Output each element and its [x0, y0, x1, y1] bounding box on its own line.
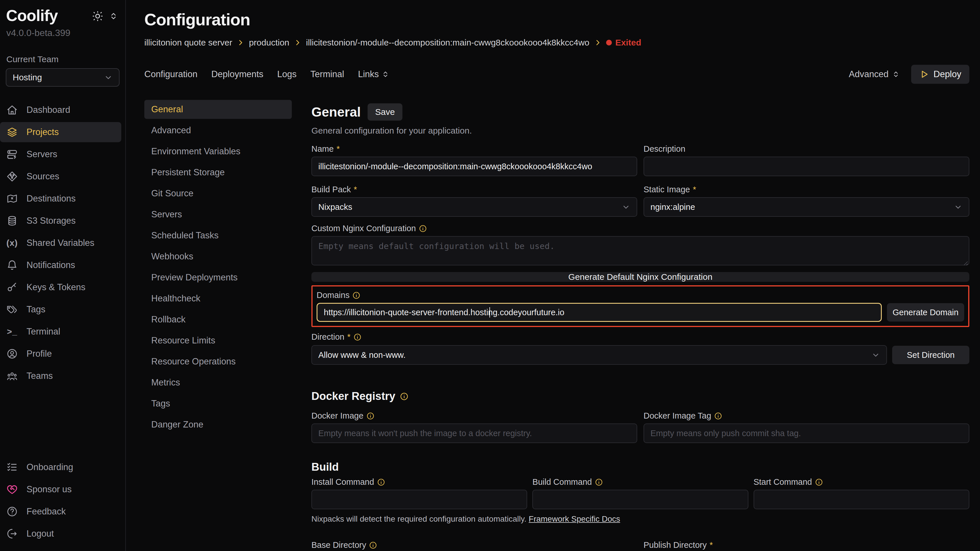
subnav-rollback[interactable]: Rollback	[144, 310, 292, 329]
info-icon[interactable]	[815, 478, 823, 486]
domains-highlight-box: Domains Generate Domain	[312, 285, 969, 327]
framework-docs-link[interactable]: Framework Specific Docs	[528, 514, 620, 523]
sidebar-item-terminal[interactable]: >_ Terminal	[0, 322, 125, 342]
subnav-environment-variables[interactable]: Environment Variables	[144, 142, 292, 161]
heart-handshake-icon	[6, 484, 18, 495]
sidebar-item-feedback[interactable]: Feedback	[0, 502, 125, 522]
subnav-advanced[interactable]: Advanced	[144, 121, 292, 140]
install-command-input[interactable]	[312, 490, 527, 509]
theme-toggle-icon[interactable]	[92, 10, 103, 22]
breadcrumb-project[interactable]: illicitonion quote server	[144, 38, 232, 48]
tab-terminal[interactable]: Terminal	[310, 69, 344, 79]
static-image-select[interactable]: nginx:alpine	[644, 197, 969, 217]
subnav-resource-limits[interactable]: Resource Limits	[144, 331, 292, 350]
docker-image-input[interactable]	[312, 424, 637, 443]
current-team-label: Current Team	[6, 54, 125, 64]
subnav-healthcheck[interactable]: Healthcheck	[144, 289, 292, 308]
info-icon[interactable]	[714, 412, 722, 420]
info-icon[interactable]	[369, 541, 377, 549]
sidebar-item-projects[interactable]: Projects	[0, 122, 121, 142]
publish-directory-label: Publish Directory	[644, 540, 706, 550]
subnav-webhooks[interactable]: Webhooks	[144, 247, 292, 266]
play-icon	[919, 69, 929, 79]
user-circle-icon	[6, 348, 18, 360]
docker-registry-title: Docker Registry	[312, 390, 395, 402]
app-logo: Coolify	[6, 6, 57, 25]
tab-logs[interactable]: Logs	[277, 69, 296, 79]
set-direction-button[interactable]: Set Direction	[892, 346, 969, 364]
team-select[interactable]: Hosting	[6, 68, 119, 87]
text-caret	[489, 307, 490, 318]
domains-input[interactable]	[317, 303, 882, 322]
generate-domain-button[interactable]: Generate Domain	[887, 303, 964, 322]
sidebar-item-profile[interactable]: Profile	[0, 344, 125, 364]
chevron-down-icon	[104, 73, 113, 82]
sidebar-item-dashboard[interactable]: Dashboard	[0, 100, 125, 120]
sidebar-item-servers[interactable]: Servers	[0, 144, 125, 164]
sidebar-item-logout[interactable]: Logout	[0, 524, 125, 544]
info-icon[interactable]	[419, 225, 427, 233]
chevron-up-down-icon	[382, 70, 389, 78]
info-icon[interactable]	[366, 412, 374, 420]
info-icon[interactable]	[352, 291, 360, 299]
generate-nginx-config-button[interactable]: Generate Default Nginx Configuration	[312, 272, 969, 282]
nginx-config-textarea[interactable]	[312, 236, 969, 265]
subnav-danger-zone[interactable]: Danger Zone	[144, 415, 292, 434]
breadcrumb-resource[interactable]: illicitestonion/-module--decomposition:m…	[306, 38, 589, 48]
sidebar-bottom-nav: Onboarding Sponsor us Feedback Logout	[0, 457, 125, 546]
subnav-preview-deployments[interactable]: Preview Deployments	[144, 268, 292, 287]
section-subtitle: General configuration for your applicati…	[312, 126, 969, 136]
deploy-button[interactable]: Deploy	[911, 65, 970, 84]
subnav-persistent-storage[interactable]: Persistent Storage	[144, 163, 292, 182]
info-icon[interactable]	[353, 333, 361, 341]
info-icon[interactable]	[400, 392, 409, 401]
advanced-menu[interactable]: Advanced	[849, 69, 900, 79]
subnav-tags[interactable]: Tags	[144, 394, 292, 413]
app-root: Coolify v4.0.0-beta.399 Current Team Hos…	[0, 0, 980, 551]
sidebar-item-notifications[interactable]: Notifications	[0, 255, 125, 275]
breadcrumb: illicitonion quote server production ill…	[144, 38, 969, 48]
subnav-metrics[interactable]: Metrics	[144, 373, 292, 392]
sidebar-item-teams[interactable]: Teams	[0, 366, 125, 386]
docker-image-tag-input[interactable]	[644, 424, 969, 443]
name-input[interactable]	[312, 157, 637, 176]
nixpacks-note: Nixpacks will detect the required config…	[312, 514, 969, 524]
sidebar-item-s3-storages[interactable]: S3 Storages	[0, 211, 125, 231]
nginx-config-label: Custom Nginx Configuration	[312, 224, 416, 233]
tab-configuration[interactable]: Configuration	[144, 69, 197, 79]
build-command-input[interactable]	[532, 490, 748, 509]
build-pack-select[interactable]: Nixpacks	[312, 197, 637, 217]
bell-icon	[6, 259, 18, 271]
save-button[interactable]: Save	[368, 103, 402, 121]
tab-links[interactable]: Links	[358, 69, 389, 79]
direction-select[interactable]: Allow www & non-www.	[312, 345, 887, 365]
subnav-general[interactable]: General	[144, 100, 292, 119]
sidebar-item-shared-variables[interactable]: (x) Shared Variables	[0, 233, 125, 253]
tab-deployments[interactable]: Deployments	[211, 69, 263, 79]
instance-selector-icon[interactable]	[109, 12, 118, 21]
sidebar-item-sponsor[interactable]: Sponsor us	[0, 479, 125, 499]
sidebar-item-destinations[interactable]: Destinations	[0, 189, 125, 209]
chevron-right-icon	[237, 39, 244, 46]
info-icon[interactable]	[377, 478, 385, 486]
subnav-git-source[interactable]: Git Source	[144, 184, 292, 203]
subnav-resource-operations[interactable]: Resource Operations	[144, 352, 292, 371]
build-pack-label: Build Pack	[312, 185, 351, 194]
sidebar-item-keys-tokens[interactable]: Keys & Tokens	[0, 277, 125, 297]
status-badge: Exited	[606, 38, 641, 48]
chevron-right-icon	[294, 39, 301, 46]
start-command-input[interactable]	[754, 490, 969, 509]
subnav-servers[interactable]: Servers	[144, 205, 292, 224]
subnav-scheduled-tasks[interactable]: Scheduled Tasks	[144, 226, 292, 245]
info-icon[interactable]	[595, 478, 603, 486]
breadcrumb-environment[interactable]: production	[249, 38, 289, 48]
git-source-icon	[6, 171, 18, 182]
sidebar-item-tags[interactable]: Tags	[0, 299, 125, 319]
name-label: Name	[312, 144, 334, 154]
sidebar-item-onboarding[interactable]: Onboarding	[0, 457, 125, 477]
description-label: Description	[644, 144, 685, 154]
logout-icon	[6, 528, 18, 540]
tabs-row: Configuration Deployments Logs Terminal …	[144, 65, 969, 84]
sidebar-item-sources[interactable]: Sources	[0, 167, 125, 187]
description-input[interactable]	[644, 157, 969, 176]
